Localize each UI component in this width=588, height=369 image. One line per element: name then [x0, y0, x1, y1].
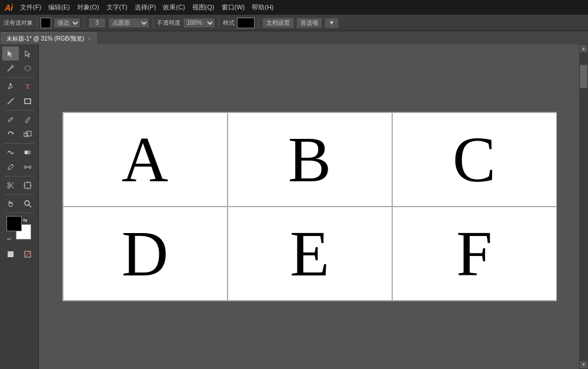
- line-tool-button[interactable]: [2, 94, 19, 108]
- separator-3: [153, 18, 153, 28]
- options-bar: 没有选对象 描边 点圆形 不透明度 100% 样式 文档设置 首选项 ▼: [0, 15, 588, 31]
- warp-tool-button[interactable]: [2, 145, 19, 159]
- tool-sep-5: [4, 194, 35, 195]
- svg-line-24: [29, 205, 31, 207]
- menu-view[interactable]: 视图(Q): [192, 3, 215, 12]
- blend-tool-button[interactable]: [19, 160, 36, 174]
- opacity-label: 不透明度: [157, 19, 181, 27]
- swap-colors-button[interactable]: ⇆: [23, 217, 28, 223]
- tool-row-1: [2, 46, 36, 61]
- paintbrush-tool-button[interactable]: [2, 112, 19, 127]
- tool-row-3: T: [2, 79, 36, 94]
- tool-row-2: [2, 61, 36, 75]
- reset-colors-button[interactable]: ↩: [7, 236, 12, 242]
- svg-point-1: [11, 65, 14, 68]
- scroll-down-button[interactable]: ▼: [579, 360, 588, 369]
- svg-rect-5: [25, 99, 31, 104]
- right-scrollbar: ▲ ▼: [579, 44, 588, 369]
- preferences-button[interactable]: 首选项: [296, 18, 322, 28]
- svg-point-10: [12, 165, 14, 166]
- svg-point-12: [29, 166, 31, 168]
- scissors-tool-button[interactable]: [2, 178, 19, 192]
- tool-row-9: [2, 178, 36, 192]
- gradient-tool-button[interactable]: [19, 145, 36, 159]
- menu-text[interactable]: 文字(T): [106, 3, 128, 12]
- tab-title: 未标题-1* @ 31% (RGB/预览): [6, 35, 84, 43]
- cell-a: A: [63, 112, 228, 207]
- no-selection-label: 没有选对象: [4, 19, 33, 27]
- tool-sep-6: [4, 212, 35, 213]
- separator-4: [219, 18, 219, 28]
- pencil-tool-button[interactable]: [19, 112, 36, 127]
- extra-options-button[interactable]: ▼: [325, 18, 339, 28]
- svg-rect-8: [26, 131, 31, 136]
- svg-point-3: [10, 84, 12, 85]
- zoom-tool-button[interactable]: [19, 197, 36, 211]
- tool-row-color-mode: [2, 247, 36, 261]
- magic-wand-tool-button[interactable]: [2, 61, 19, 75]
- scroll-up-button[interactable]: ▲: [579, 44, 588, 53]
- color-block: ⇆ ↩: [4, 216, 35, 245]
- scroll-track-vertical[interactable]: [579, 53, 588, 360]
- canvas-area: A B C D E F: [39, 44, 579, 369]
- rect-tool-button[interactable]: [19, 94, 36, 108]
- left-toolbar: T: [0, 44, 39, 369]
- type-tool-button[interactable]: T: [19, 79, 36, 94]
- svg-rect-25: [8, 251, 14, 257]
- tool-sep-4: [4, 176, 35, 177]
- stroke-color-swatch[interactable]: [41, 18, 51, 28]
- artboard-tool-button[interactable]: [19, 178, 36, 192]
- svg-point-11: [24, 166, 26, 168]
- doc-settings-button[interactable]: 文档设置: [262, 18, 294, 28]
- rotate-tool-button[interactable]: [2, 127, 19, 141]
- menu-window[interactable]: 窗口(W): [222, 3, 245, 12]
- opacity-select[interactable]: 100%: [183, 18, 215, 28]
- tool-row-5: [2, 112, 36, 127]
- separator-2: [84, 18, 85, 28]
- document-tab[interactable]: 未标题-1* @ 31% (RGB/预览) ×: [1, 32, 96, 44]
- tool-row-8: [2, 160, 36, 174]
- menu-edit[interactable]: 编辑(E): [48, 3, 70, 12]
- color-mode-fill-button[interactable]: [2, 247, 19, 261]
- foreground-color[interactable]: [6, 216, 22, 231]
- menu-help[interactable]: 帮助(H): [252, 3, 273, 12]
- scale-tool-button[interactable]: [19, 127, 36, 141]
- menu-select[interactable]: 选择(P): [135, 3, 156, 12]
- tool-row-7: [2, 145, 36, 159]
- svg-line-0: [8, 67, 12, 71]
- shape-select[interactable]: 点圆形: [108, 18, 149, 28]
- pen-tool-button[interactable]: [2, 79, 19, 94]
- direct-selection-tool-button[interactable]: [19, 46, 36, 61]
- cell-e: E: [228, 207, 392, 301]
- app-logo: Ai: [5, 3, 13, 12]
- menu-file[interactable]: 文件(F): [20, 3, 41, 12]
- tab-bar: 未标题-1* @ 31% (RGB/预览) ×: [0, 31, 588, 44]
- tab-close-button[interactable]: ×: [88, 36, 91, 42]
- stroke-type-select[interactable]: 描边: [54, 18, 81, 28]
- none-mode-button[interactable]: [19, 247, 36, 261]
- style-label: 样式: [223, 19, 235, 27]
- eyedropper-tool-button[interactable]: [2, 160, 19, 174]
- svg-line-27: [25, 251, 31, 257]
- svg-point-2: [25, 66, 31, 71]
- style-swatch[interactable]: [237, 18, 255, 28]
- tool-sep-1: [4, 77, 35, 78]
- hand-tool-button[interactable]: [2, 197, 19, 211]
- scroll-thumb-vertical[interactable]: [580, 65, 587, 88]
- tool-row-10: [2, 197, 36, 211]
- menu-effect[interactable]: 效果(C): [163, 3, 185, 12]
- title-bar: Ai 文件(F) 编辑(E) 对象(O) 文字(T) 选择(P) 效果(C) 视…: [0, 0, 588, 15]
- svg-rect-9: [25, 151, 31, 154]
- stroke-width-input[interactable]: [88, 18, 106, 28]
- tool-row-6: [2, 127, 36, 141]
- cell-b: B: [228, 112, 392, 207]
- menu-object[interactable]: 对象(O): [77, 3, 99, 12]
- cell-d: D: [63, 207, 228, 301]
- svg-rect-18: [25, 182, 31, 188]
- cell-c: C: [392, 112, 557, 207]
- cell-f: F: [392, 207, 557, 301]
- separator-1: [36, 18, 37, 28]
- lasso-tool-button[interactable]: [19, 61, 36, 75]
- selection-tool-button[interactable]: [2, 46, 19, 61]
- main-area: T: [0, 44, 588, 369]
